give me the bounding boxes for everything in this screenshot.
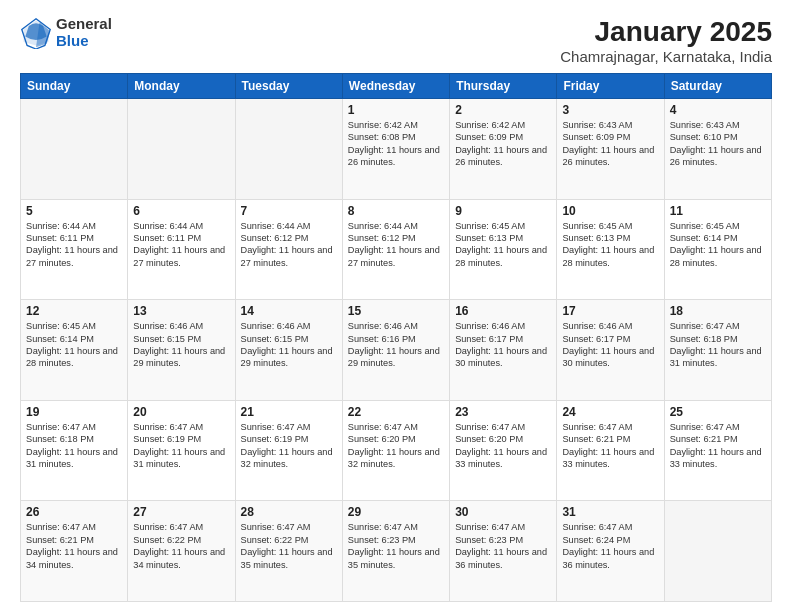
calendar-cell: 14Sunrise: 6:46 AMSunset: 6:15 PMDayligh… [235,300,342,401]
calendar-cell: 3Sunrise: 6:43 AMSunset: 6:09 PMDaylight… [557,99,664,200]
weekday-header-friday: Friday [557,74,664,99]
weekday-header-saturday: Saturday [664,74,771,99]
day-number: 23 [455,405,551,419]
calendar-cell: 24Sunrise: 6:47 AMSunset: 6:21 PMDayligh… [557,400,664,501]
logo: General Blue [20,16,112,49]
cell-details: Sunrise: 6:46 AMSunset: 6:15 PMDaylight:… [241,320,337,370]
day-number: 20 [133,405,229,419]
logo-blue: Blue [56,33,112,50]
day-number: 16 [455,304,551,318]
page: General Blue January 2025 Chamrajnagar, … [0,0,792,612]
cell-details: Sunrise: 6:45 AMSunset: 6:14 PMDaylight:… [26,320,122,370]
weekday-header-sunday: Sunday [21,74,128,99]
calendar-header: SundayMondayTuesdayWednesdayThursdayFrid… [21,74,772,99]
cell-details: Sunrise: 6:46 AMSunset: 6:15 PMDaylight:… [133,320,229,370]
cell-details: Sunrise: 6:47 AMSunset: 6:20 PMDaylight:… [348,421,444,471]
calendar-table: SundayMondayTuesdayWednesdayThursdayFrid… [20,73,772,602]
calendar-cell: 16Sunrise: 6:46 AMSunset: 6:17 PMDayligh… [450,300,557,401]
cell-details: Sunrise: 6:47 AMSunset: 6:18 PMDaylight:… [670,320,766,370]
cell-details: Sunrise: 6:47 AMSunset: 6:22 PMDaylight:… [241,521,337,571]
day-number: 29 [348,505,444,519]
day-number: 4 [670,103,766,117]
logo-icon [20,17,52,49]
week-row-2: 12Sunrise: 6:45 AMSunset: 6:14 PMDayligh… [21,300,772,401]
day-number: 25 [670,405,766,419]
cell-details: Sunrise: 6:47 AMSunset: 6:20 PMDaylight:… [455,421,551,471]
cell-details: Sunrise: 6:42 AMSunset: 6:08 PMDaylight:… [348,119,444,169]
calendar-cell: 1Sunrise: 6:42 AMSunset: 6:08 PMDaylight… [342,99,449,200]
calendar-cell: 10Sunrise: 6:45 AMSunset: 6:13 PMDayligh… [557,199,664,300]
cell-details: Sunrise: 6:47 AMSunset: 6:23 PMDaylight:… [348,521,444,571]
calendar-cell: 17Sunrise: 6:46 AMSunset: 6:17 PMDayligh… [557,300,664,401]
day-number: 18 [670,304,766,318]
calendar-cell: 4Sunrise: 6:43 AMSunset: 6:10 PMDaylight… [664,99,771,200]
cell-details: Sunrise: 6:47 AMSunset: 6:24 PMDaylight:… [562,521,658,571]
cell-details: Sunrise: 6:47 AMSunset: 6:22 PMDaylight:… [133,521,229,571]
cell-details: Sunrise: 6:46 AMSunset: 6:16 PMDaylight:… [348,320,444,370]
weekday-header-wednesday: Wednesday [342,74,449,99]
calendar-cell: 28Sunrise: 6:47 AMSunset: 6:22 PMDayligh… [235,501,342,602]
calendar-cell: 18Sunrise: 6:47 AMSunset: 6:18 PMDayligh… [664,300,771,401]
calendar-cell: 12Sunrise: 6:45 AMSunset: 6:14 PMDayligh… [21,300,128,401]
cell-details: Sunrise: 6:44 AMSunset: 6:12 PMDaylight:… [241,220,337,270]
cell-details: Sunrise: 6:47 AMSunset: 6:21 PMDaylight:… [562,421,658,471]
cell-details: Sunrise: 6:47 AMSunset: 6:21 PMDaylight:… [26,521,122,571]
day-number: 2 [455,103,551,117]
cell-details: Sunrise: 6:47 AMSunset: 6:19 PMDaylight:… [133,421,229,471]
calendar-cell [664,501,771,602]
weekday-row: SundayMondayTuesdayWednesdayThursdayFrid… [21,74,772,99]
calendar-cell: 26Sunrise: 6:47 AMSunset: 6:21 PMDayligh… [21,501,128,602]
calendar-cell: 22Sunrise: 6:47 AMSunset: 6:20 PMDayligh… [342,400,449,501]
calendar-cell: 30Sunrise: 6:47 AMSunset: 6:23 PMDayligh… [450,501,557,602]
calendar-cell: 13Sunrise: 6:46 AMSunset: 6:15 PMDayligh… [128,300,235,401]
calendar-cell [235,99,342,200]
calendar-cell: 6Sunrise: 6:44 AMSunset: 6:11 PMDaylight… [128,199,235,300]
calendar-cell: 9Sunrise: 6:45 AMSunset: 6:13 PMDaylight… [450,199,557,300]
day-number: 31 [562,505,658,519]
calendar-cell: 7Sunrise: 6:44 AMSunset: 6:12 PMDaylight… [235,199,342,300]
day-number: 17 [562,304,658,318]
week-row-4: 26Sunrise: 6:47 AMSunset: 6:21 PMDayligh… [21,501,772,602]
calendar-subtitle: Chamrajnagar, Karnataka, India [560,48,772,65]
day-number: 19 [26,405,122,419]
cell-details: Sunrise: 6:44 AMSunset: 6:11 PMDaylight:… [26,220,122,270]
calendar-body: 1Sunrise: 6:42 AMSunset: 6:08 PMDaylight… [21,99,772,602]
day-number: 24 [562,405,658,419]
day-number: 7 [241,204,337,218]
day-number: 12 [26,304,122,318]
day-number: 9 [455,204,551,218]
cell-details: Sunrise: 6:44 AMSunset: 6:11 PMDaylight:… [133,220,229,270]
day-number: 14 [241,304,337,318]
cell-details: Sunrise: 6:44 AMSunset: 6:12 PMDaylight:… [348,220,444,270]
calendar-cell: 27Sunrise: 6:47 AMSunset: 6:22 PMDayligh… [128,501,235,602]
calendar-cell: 15Sunrise: 6:46 AMSunset: 6:16 PMDayligh… [342,300,449,401]
logo-text: General Blue [56,16,112,49]
cell-details: Sunrise: 6:45 AMSunset: 6:14 PMDaylight:… [670,220,766,270]
week-row-3: 19Sunrise: 6:47 AMSunset: 6:18 PMDayligh… [21,400,772,501]
day-number: 8 [348,204,444,218]
weekday-header-tuesday: Tuesday [235,74,342,99]
calendar-cell: 2Sunrise: 6:42 AMSunset: 6:09 PMDaylight… [450,99,557,200]
day-number: 13 [133,304,229,318]
calendar-cell: 21Sunrise: 6:47 AMSunset: 6:19 PMDayligh… [235,400,342,501]
weekday-header-thursday: Thursday [450,74,557,99]
day-number: 11 [670,204,766,218]
cell-details: Sunrise: 6:47 AMSunset: 6:18 PMDaylight:… [26,421,122,471]
week-row-1: 5Sunrise: 6:44 AMSunset: 6:11 PMDaylight… [21,199,772,300]
calendar-cell: 31Sunrise: 6:47 AMSunset: 6:24 PMDayligh… [557,501,664,602]
calendar-title: January 2025 [560,16,772,48]
week-row-0: 1Sunrise: 6:42 AMSunset: 6:08 PMDaylight… [21,99,772,200]
day-number: 6 [133,204,229,218]
calendar-cell: 19Sunrise: 6:47 AMSunset: 6:18 PMDayligh… [21,400,128,501]
calendar-cell: 29Sunrise: 6:47 AMSunset: 6:23 PMDayligh… [342,501,449,602]
cell-details: Sunrise: 6:45 AMSunset: 6:13 PMDaylight:… [455,220,551,270]
day-number: 26 [26,505,122,519]
cell-details: Sunrise: 6:42 AMSunset: 6:09 PMDaylight:… [455,119,551,169]
cell-details: Sunrise: 6:43 AMSunset: 6:10 PMDaylight:… [670,119,766,169]
day-number: 21 [241,405,337,419]
day-number: 22 [348,405,444,419]
calendar-cell [128,99,235,200]
calendar-cell: 23Sunrise: 6:47 AMSunset: 6:20 PMDayligh… [450,400,557,501]
cell-details: Sunrise: 6:47 AMSunset: 6:23 PMDaylight:… [455,521,551,571]
weekday-header-monday: Monday [128,74,235,99]
